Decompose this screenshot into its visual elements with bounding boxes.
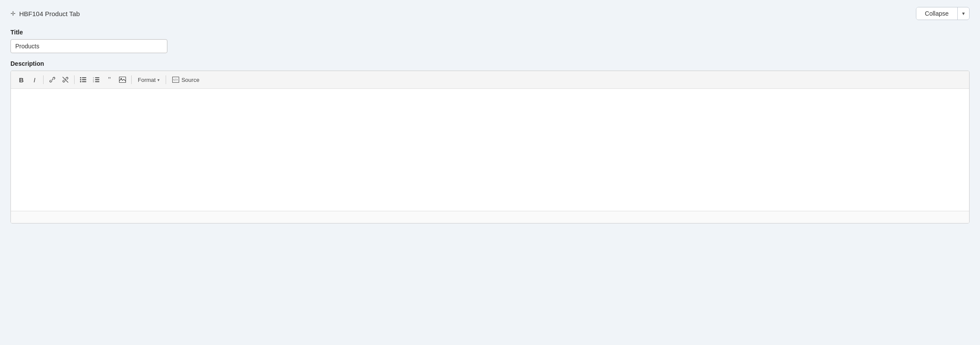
image-button[interactable]: [116, 74, 129, 86]
svg-line-0: [63, 77, 68, 82]
drag-handle-icon[interactable]: ✛: [10, 10, 16, 17]
collapse-btn-group: Collapse ▾: [916, 7, 970, 20]
svg-rect-10: [95, 79, 99, 80]
title-input[interactable]: [10, 39, 167, 53]
description-label: Description: [10, 60, 970, 67]
panel-title-row: ✛ HBF104 Product Tab: [10, 10, 80, 17]
svg-rect-12: [95, 81, 99, 82]
toolbar-separator-3: [131, 75, 132, 84]
ordered-list-icon: 1. 2. 3.: [93, 77, 100, 83]
format-dropdown-button[interactable]: Format ▾: [134, 75, 163, 85]
title-label: Title: [10, 29, 970, 36]
collapse-dropdown-button[interactable]: ▾: [958, 8, 969, 19]
image-icon: [119, 77, 126, 83]
panel-title: HBF104 Product Tab: [19, 10, 80, 17]
chevron-down-icon: ▾: [962, 10, 965, 17]
blockquote-icon: ": [108, 76, 111, 84]
toolbar-separator-2: [74, 75, 75, 84]
editor-content-area[interactable]: [11, 89, 969, 211]
svg-rect-2: [82, 78, 86, 78]
bold-button[interactable]: B: [15, 74, 27, 86]
svg-point-1: [80, 77, 82, 78]
source-label: Source: [181, 77, 199, 83]
svg-text:</>: </>: [173, 78, 178, 81]
toolbar-separator-4: [166, 75, 166, 84]
editor-toolbar: B I: [11, 71, 969, 89]
svg-point-5: [80, 81, 82, 82]
unordered-list-icon: [80, 77, 87, 83]
blockquote-button[interactable]: ": [103, 74, 116, 86]
svg-rect-4: [82, 79, 86, 80]
editor-footer: [11, 211, 969, 223]
svg-text:3.: 3.: [93, 81, 94, 83]
svg-rect-6: [82, 81, 86, 82]
unlink-button[interactable]: [59, 74, 71, 86]
rich-text-editor: B I: [10, 71, 970, 223]
collapse-button[interactable]: Collapse: [916, 7, 958, 20]
svg-point-3: [80, 79, 82, 81]
italic-button[interactable]: I: [28, 74, 41, 86]
ordered-list-button[interactable]: 1. 2. 3.: [90, 74, 102, 86]
title-field-section: Title: [10, 29, 970, 53]
svg-rect-8: [95, 78, 99, 78]
link-button[interactable]: [46, 74, 58, 86]
format-dropdown-arrow-icon: ▾: [157, 78, 160, 82]
unlink-icon: [62, 76, 69, 83]
format-label: Format: [138, 77, 156, 83]
description-field-section: Description B I: [10, 60, 970, 223]
link-icon: [49, 76, 56, 83]
source-button[interactable]: </> Source: [169, 75, 203, 85]
panel: ✛ HBF104 Product Tab Collapse ▾ Title De…: [0, 0, 980, 345]
toolbar-separator-1: [43, 75, 44, 84]
unordered-list-button[interactable]: [77, 74, 89, 86]
source-code-icon: </>: [172, 77, 179, 83]
panel-header: ✛ HBF104 Product Tab Collapse ▾: [10, 7, 970, 20]
